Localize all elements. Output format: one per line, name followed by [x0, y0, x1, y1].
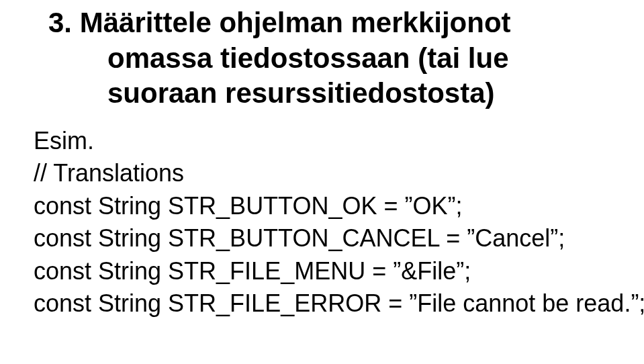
heading-text-1: Määrittele ohjelman merkkijonot	[80, 7, 511, 38]
example-label: Esim.	[34, 125, 624, 158]
code-line-4: const String STR_FILE_ERROR = ”File cann…	[34, 287, 624, 320]
code-line-1: const String STR_BUTTON_OK = ”OK”;	[34, 190, 624, 223]
heading-line-2: omassa tiedostossaan (tai lue	[34, 41, 624, 77]
heading-line-1: 3. Määrittele ohjelman merkkijonot	[34, 5, 624, 41]
code-comment: // Translations	[34, 157, 624, 190]
heading-number: 3.	[48, 7, 80, 38]
slide-heading: 3. Määrittele ohjelman merkkijonot omass…	[34, 5, 624, 111]
heading-line-3: suoraan resurssitiedostosta)	[34, 76, 624, 111]
code-example: Esim. // Translations const String STR_B…	[34, 125, 624, 321]
code-line-2: const String STR_BUTTON_CANCEL = ”Cancel…	[34, 222, 624, 255]
code-line-3: const String STR_FILE_MENU = ”&File”;	[34, 255, 624, 288]
